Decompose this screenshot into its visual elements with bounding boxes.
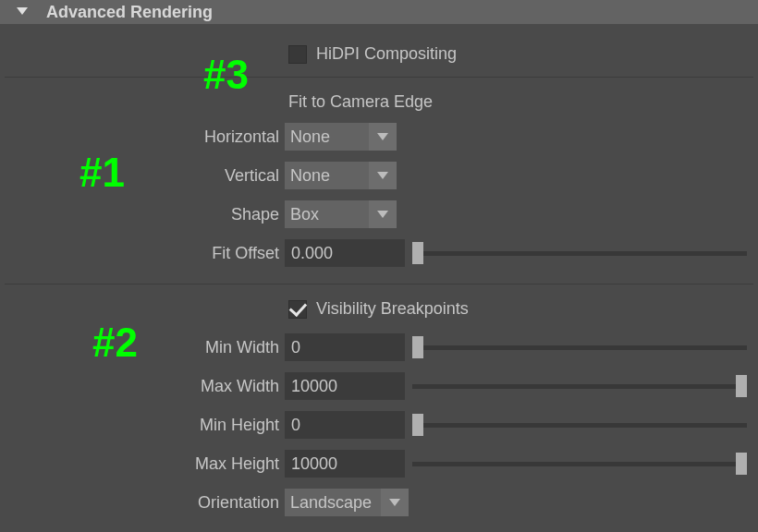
- svg-marker-0: [17, 7, 28, 15]
- fit-section: Fit to Camera Edge Horizontal None Verti…: [0, 78, 758, 284]
- horizontal-dropdown[interactable]: None: [285, 123, 397, 151]
- fit-offset-label: Fit Offset: [0, 244, 285, 263]
- min-height-input[interactable]: 0: [285, 411, 405, 439]
- shape-dropdown[interactable]: Box: [285, 200, 397, 228]
- svg-marker-2: [377, 172, 388, 179]
- vertical-label: Vertical: [0, 166, 285, 186]
- svg-marker-4: [389, 499, 400, 506]
- min-height-label: Min Height: [0, 416, 285, 435]
- shape-value: Box: [285, 205, 369, 224]
- min-width-input[interactable]: 0: [285, 333, 405, 361]
- max-width-label: Max Width: [0, 377, 285, 396]
- slider-track: [412, 423, 747, 428]
- min-width-slider[interactable]: [412, 333, 747, 361]
- max-height-slider[interactable]: [412, 450, 747, 478]
- panel-title: Advanced Rendering: [46, 3, 213, 22]
- slider-thumb[interactable]: [412, 336, 423, 358]
- svg-marker-1: [377, 133, 388, 140]
- orientation-value: Landscape: [285, 493, 381, 513]
- svg-marker-3: [377, 211, 388, 218]
- vertical-dropdown[interactable]: None: [285, 162, 397, 189]
- slider-track: [412, 251, 747, 256]
- slider-track: [412, 345, 747, 350]
- horizontal-value: None: [285, 127, 369, 147]
- hidpi-label: HiDPI Compositing: [316, 44, 457, 64]
- fit-offset-slider[interactable]: [412, 239, 747, 267]
- slider-track: [412, 384, 747, 389]
- horizontal-label: Horizontal: [0, 127, 285, 147]
- visibility-label: Visibility Breakpoints: [316, 299, 469, 319]
- chevron-down-icon: [381, 489, 409, 516]
- shape-label: Shape: [0, 205, 285, 224]
- fit-offset-input[interactable]: 0.000: [285, 239, 405, 267]
- advanced-rendering-panel: Advanced Rendering HiDPI Compositing #3 …: [0, 0, 758, 532]
- slider-thumb[interactable]: [736, 375, 747, 397]
- slider-thumb[interactable]: [412, 414, 423, 436]
- orientation-dropdown[interactable]: Landscape: [285, 489, 409, 516]
- slider-thumb[interactable]: [412, 242, 423, 264]
- slider-track: [412, 462, 747, 466]
- orientation-label: Orientation: [0, 493, 285, 513]
- chevron-down-icon: [369, 162, 397, 189]
- min-height-slider[interactable]: [412, 411, 747, 439]
- max-height-label: Max Height: [0, 454, 285, 474]
- max-width-input[interactable]: 10000: [285, 372, 405, 400]
- hidpi-checkbox[interactable]: [288, 45, 307, 64]
- chevron-down-icon: [369, 200, 397, 228]
- vertical-value: None: [285, 166, 369, 186]
- hidpi-section: HiDPI Compositing #3: [0, 24, 758, 77]
- max-width-slider[interactable]: [412, 372, 747, 400]
- panel-header[interactable]: Advanced Rendering: [0, 0, 758, 24]
- slider-thumb[interactable]: [736, 453, 747, 475]
- visibility-section: Visibility Breakpoints Min Width 0 Max W…: [0, 284, 758, 532]
- max-height-input[interactable]: 10000: [285, 450, 405, 478]
- visibility-checkbox[interactable]: [288, 300, 307, 319]
- fit-section-title: Fit to Camera Edge: [288, 92, 758, 112]
- chevron-down-icon: [369, 123, 397, 151]
- min-width-label: Min Width: [0, 338, 285, 357]
- collapse-icon[interactable]: [17, 4, 28, 20]
